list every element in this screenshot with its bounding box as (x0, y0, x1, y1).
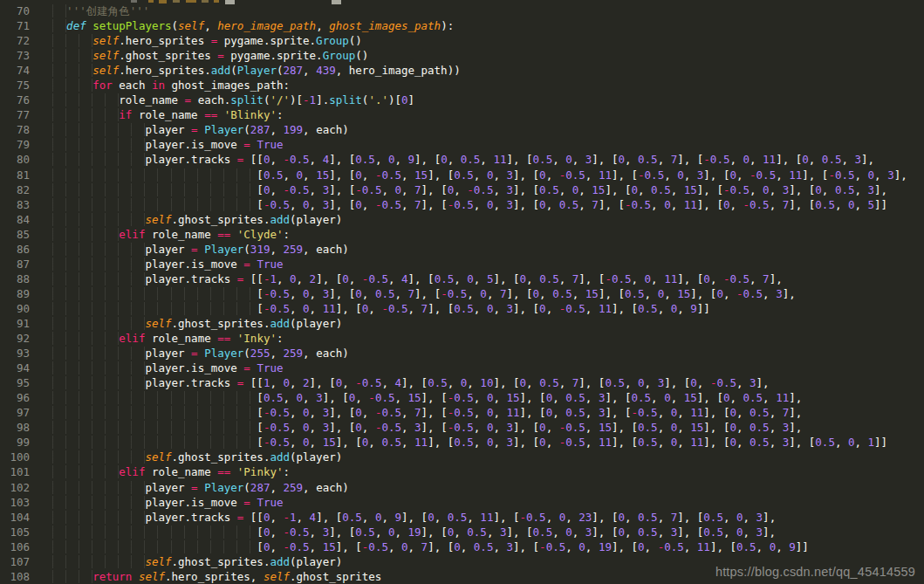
code-line[interactable]: 102 player = Player(287, 259, each) (0, 480, 924, 495)
code-line[interactable]: 93 player = Player(255, 259, each) (0, 346, 924, 361)
line-number: 72 (0, 33, 40, 48)
code-text: elif role_name == 'Clyde': (40, 228, 290, 241)
code-text: [-0.5, 0, 3], [0, -0.5, 7], [-0.5, 0, 11… (40, 406, 802, 419)
code-line[interactable]: 78 player = Player(287, 199, each) (0, 122, 924, 137)
line-number: 70 (0, 3, 40, 18)
line-number: 104 (0, 510, 40, 525)
code-text: player.tracks = [[-1, 0, 2], [0, -0.5, 4… (40, 272, 783, 285)
code-text: self.hero_sprites = pygame.sprite.Group(… (40, 34, 362, 47)
code-line[interactable]: 88 player.tracks = [[-1, 0, 2], [0, -0.5… (0, 271, 924, 286)
code-line[interactable]: 76 role_name = each.split('/')[-1].split… (0, 93, 924, 107)
line-number: 95 (0, 375, 40, 390)
code-line[interactable]: 74 self.hero_sprites.add(Player(287, 439… (0, 63, 924, 78)
line-number: 77 (0, 107, 40, 122)
code-text: [0, -0.5, 3], [-0.5, 0, 7], [0, -0.5, 3]… (40, 183, 887, 196)
code-line[interactable]: 92 elif role_name == 'Inky': (0, 331, 924, 346)
code-text: player.tracks = [[1, 0, 2], [0, -0.5, 4]… (40, 376, 770, 389)
code-line[interactable]: 105 [0, -0.5, 3], [0.5, 0, 19], [0, 0.5,… (0, 525, 924, 539)
code-line[interactable]: 101 elif role_name == 'Pinky': (0, 464, 924, 479)
line-number: 90 (0, 301, 40, 316)
line-number: 94 (0, 361, 40, 375)
code-line[interactable]: 75 for each in ghost_images_path: (0, 78, 924, 93)
code-text: [0, -0.5, 15], [-0.5, 0, 7], [0, 0.5, 3]… (40, 540, 809, 553)
code-text: self.ghost_sprites.add(player) (40, 317, 342, 330)
line-number: 78 (0, 122, 40, 137)
line-number: 102 (0, 480, 40, 495)
code-text: self.ghost_sprites = pygame.sprite.Group… (40, 49, 368, 62)
code-line[interactable]: 104 player.tracks = [[0, -1, 4], [0.5, 0… (0, 510, 924, 525)
line-number: 107 (0, 554, 40, 569)
code-text: player.is_move = True (40, 496, 283, 509)
line-number: 108 (0, 569, 40, 584)
code-line[interactable]: 77 if role_name == 'Blinky': (0, 107, 924, 122)
line-number: 71 (0, 18, 40, 33)
code-line[interactable]: 79 player.is_move = True (0, 137, 924, 152)
code-text: self.ghost_sprites.add(player) (40, 555, 342, 568)
code-line[interactable]: 106 [0, -0.5, 15], [-0.5, 0, 7], [0, 0.5… (0, 539, 924, 554)
code-line[interactable]: 90 [-0.5, 0, 11], [0, -0.5, 7], [0.5, 0,… (0, 301, 924, 316)
code-text: role_name = each.split('/')[-1].split('.… (40, 93, 414, 106)
line-number: 99 (0, 435, 40, 450)
line-number: 74 (0, 63, 40, 78)
code-line[interactable]: 82 [0, -0.5, 3], [-0.5, 0, 7], [0, -0.5,… (0, 182, 924, 197)
line-number: 73 (0, 48, 40, 63)
line-number: 97 (0, 405, 40, 420)
code-line[interactable]: 70 '''创建角色''' (0, 3, 924, 18)
code-line[interactable]: 81 [0.5, 0, 15], [0, -0.5, 15], [0.5, 0,… (0, 168, 924, 182)
code-line[interactable]: 71 def setupPlayers(self, hero_image_pat… (0, 18, 924, 33)
code-line[interactable]: 97 [-0.5, 0, 3], [0, -0.5, 7], [-0.5, 0,… (0, 405, 924, 420)
code-line[interactable]: 91 self.ghost_sprites.add(player) (0, 316, 924, 331)
code-line[interactable]: 99 [-0.5, 0, 15], [0, 0.5, 11], [0.5, 0,… (0, 435, 924, 450)
code-line[interactable]: 84 self.ghost_sprites.add(player) (0, 212, 924, 227)
line-number: 88 (0, 271, 40, 286)
code-text: player.tracks = [[0, -0.5, 4], [0.5, 0, … (40, 153, 874, 166)
line-number: 92 (0, 331, 40, 346)
line-number: 83 (0, 197, 40, 212)
code-line[interactable]: 100 self.ghost_sprites.add(player) (0, 450, 924, 464)
code-text: player.is_move = True (40, 258, 283, 271)
code-text: [-0.5, 0, 15], [0, 0.5, 11], [0.5, 0, 3]… (40, 436, 887, 449)
line-number: 84 (0, 212, 40, 227)
code-text: [-0.5, 0, 3], [0, -0.5, 3], [-0.5, 0, 3]… (40, 421, 802, 434)
code-text: player.is_move = True (40, 361, 283, 374)
line-number: 89 (0, 286, 40, 301)
code-text: [0, -0.5, 3], [0.5, 0, 19], [0, 0.5, 3],… (40, 526, 776, 539)
line-number: 80 (0, 152, 40, 167)
line-number: 76 (0, 93, 40, 107)
line-number: 79 (0, 137, 40, 152)
code-line[interactable]: 72 self.hero_sprites = pygame.sprite.Gro… (0, 33, 924, 48)
code-text: player = Player(319, 259, each) (40, 243, 349, 256)
code-text: [0.5, 0, 15], [0, -0.5, 15], [0.5, 0, 3]… (40, 168, 907, 182)
code-line[interactable]: 86 player = Player(319, 259, each) (0, 242, 924, 257)
code-editor[interactable]: 70 '''创建角色'''71 def setupPlayers(self, h… (0, 3, 924, 584)
code-text: [0.5, 0, 3], [0, -0.5, 15], [-0.5, 0, 15… (40, 391, 802, 404)
code-text: player.tracks = [[0, -1, 4], [0.5, 0, 9]… (40, 511, 776, 524)
line-number: 81 (0, 168, 40, 182)
code-line[interactable]: 80 player.tracks = [[0, -0.5, 4], [0.5, … (0, 152, 924, 167)
code-text: def setupPlayers(self, hero_image_path, … (40, 19, 454, 32)
code-line[interactable]: 85 elif role_name == 'Clyde': (0, 227, 924, 242)
line-number: 103 (0, 495, 40, 510)
line-number: 75 (0, 78, 40, 93)
code-line[interactable]: 87 player.is_move = True (0, 257, 924, 271)
watermark-url: https://blog.csdn.net/qq_45414559 (715, 565, 915, 579)
line-number: 106 (0, 539, 40, 554)
code-text: [-0.5, 0, 11], [0, -0.5, 7], [0.5, 0, 3]… (40, 302, 710, 315)
code-line[interactable]: 83 [-0.5, 0, 3], [0, -0.5, 7], [-0.5, 0,… (0, 197, 924, 212)
code-text: player = Player(287, 259, each) (40, 481, 349, 494)
code-text: return self.hero_sprites, self.ghost_spr… (40, 570, 381, 583)
code-text: self.ghost_sprites.add(player) (40, 213, 342, 226)
code-line[interactable]: 96 [0.5, 0, 3], [0, -0.5, 15], [-0.5, 0,… (0, 390, 924, 405)
code-text: elif role_name == 'Pinky': (40, 465, 290, 478)
code-line[interactable]: 95 player.tracks = [[1, 0, 2], [0, -0.5,… (0, 375, 924, 390)
line-number: 100 (0, 450, 40, 464)
line-number: 86 (0, 242, 40, 257)
code-text: player = Player(255, 259, each) (40, 347, 349, 360)
code-line[interactable]: 73 self.ghost_sprites = pygame.sprite.Gr… (0, 48, 924, 63)
code-line[interactable]: 89 [-0.5, 0, 3], [0, 0.5, 7], [-0.5, 0, … (0, 286, 924, 301)
line-number: 96 (0, 390, 40, 405)
code-line[interactable]: 98 [-0.5, 0, 3], [0, -0.5, 3], [-0.5, 0,… (0, 420, 924, 435)
code-line[interactable]: 94 player.is_move = True (0, 361, 924, 375)
code-line[interactable]: 103 player.is_move = True (0, 495, 924, 510)
code-text: elif role_name == 'Inky': (40, 332, 284, 345)
